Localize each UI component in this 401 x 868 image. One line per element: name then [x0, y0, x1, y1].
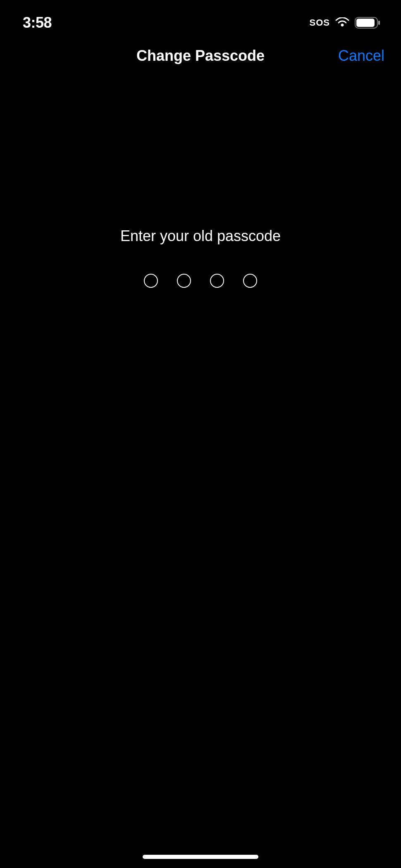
passcode-dot [144, 274, 158, 288]
wifi-icon [335, 17, 350, 28]
navigation-bar: Change Passcode Cancel [0, 37, 401, 74]
svg-rect-2 [378, 21, 380, 25]
battery-icon [355, 17, 380, 29]
cancel-button[interactable]: Cancel [338, 47, 384, 65]
page-title: Change Passcode [136, 47, 265, 65]
prompt-text: Enter your old passcode [120, 227, 281, 245]
sos-indicator: SOS [310, 17, 330, 28]
passcode-input[interactable] [144, 274, 257, 288]
status-bar: 3:58 SOS [0, 0, 401, 33]
svg-rect-1 [356, 19, 375, 27]
passcode-dot [243, 274, 257, 288]
passcode-dot [210, 274, 224, 288]
main-content: Enter your old passcode [0, 227, 401, 288]
status-time: 3:58 [23, 14, 52, 31]
status-right: SOS [310, 17, 380, 29]
home-indicator[interactable] [143, 855, 258, 859]
passcode-dot [177, 274, 191, 288]
